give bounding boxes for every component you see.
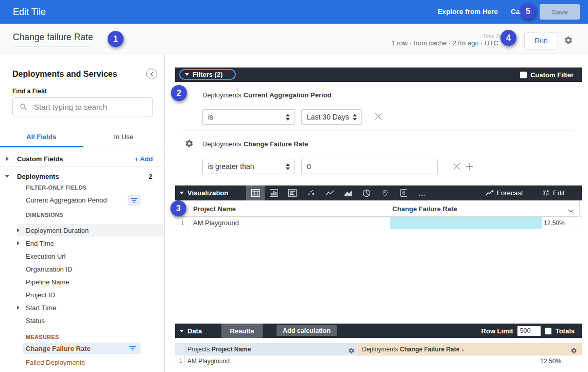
tab-all-fields[interactable]: All Fields [0, 133, 82, 141]
filters-title: Filters (2) [193, 71, 223, 78]
column-divider [579, 201, 580, 216]
filter-row2-value-input[interactable] [301, 159, 438, 174]
cell-project-name[interactable]: AM Playground [187, 358, 230, 365]
data-section-bar: Data Results Add calculation Row Limit T… [175, 324, 582, 338]
tab-in-use[interactable]: In Use [82, 133, 165, 141]
forecast-label: Forecast [497, 189, 523, 197]
filter-row1-value-select[interactable]: Last 30 Days [301, 109, 362, 125]
run-button[interactable]: Run [524, 32, 558, 49]
custom-filter-checkbox[interactable] [520, 72, 527, 78]
row-limit-label: Row Limit [481, 327, 513, 335]
select-updown-icon [286, 114, 290, 121]
selected-operator: is greater than [208, 162, 254, 171]
viz-type-column-button[interactable] [265, 185, 283, 200]
viz-column-change-failure-rate[interactable]: Change Failure Rate [392, 205, 457, 213]
field-search-input[interactable] [34, 103, 132, 111]
forecast-button[interactable]: Forecast [486, 185, 523, 200]
dimensions-header: DIMENSIONS [26, 212, 63, 218]
viz-type-table-button[interactable] [246, 185, 265, 200]
viz-column-project-name[interactable]: Project Name [193, 205, 236, 213]
row-limit-input[interactable] [517, 326, 541, 336]
filter-field-name: Current Aggregation Period [244, 91, 332, 99]
filter-row1-operator-select[interactable]: is [202, 109, 295, 125]
column-divider [187, 201, 187, 229]
custom-fields-label: Custom Fields [17, 155, 63, 163]
top-app-bar: Edit Tile Explore from Here Cancel Save [0, 0, 588, 24]
field-label: Start Time [26, 304, 56, 312]
collapse-sidebar-button[interactable] [146, 69, 157, 79]
header-projects-project-name[interactable]: Projects Project Name [184, 343, 358, 356]
viz-type-more-button[interactable]: … [413, 185, 431, 200]
explore-from-here-link[interactable]: Explore from Here [438, 8, 498, 15]
group-label: Deployments [17, 173, 59, 180]
visualization-section-bar: Visualization 6 … [175, 185, 582, 200]
add-custom-field-button[interactable]: + Add [134, 155, 153, 163]
edit-viz-button[interactable]: Edit [542, 185, 564, 200]
field-label: Pipeline Name [26, 278, 70, 286]
divider [0, 166, 165, 167]
field-start-time[interactable]: Start Time [17, 301, 164, 314]
remove-filter-row1-button[interactable] [374, 112, 383, 122]
visualization-section-toggle[interactable]: Visualization [180, 185, 228, 200]
field-label: End Time [26, 240, 54, 247]
cell-value[interactable]: 12.50% [544, 219, 565, 227]
viz-type-bar-button[interactable] [283, 185, 302, 200]
column-menu-chevron-icon[interactable] [568, 206, 574, 215]
column-divider[interactable] [389, 201, 389, 229]
filters-section-toggle[interactable]: Filters (2) [179, 69, 236, 80]
field-pipeline-name[interactable]: Pipeline Name [17, 276, 164, 288]
filter-row2-operator-select[interactable]: is greater than [202, 159, 295, 174]
add-calculation-button[interactable]: Add calculation [276, 325, 337, 336]
custom-fields-row[interactable]: Custom Fields + Add [0, 152, 165, 165]
filter-row2-label: DeploymentsChange Failure Rate [202, 140, 308, 148]
field-end-time[interactable]: End Time [17, 237, 164, 249]
remove-filter-row2-button[interactable] [453, 162, 461, 172]
annotation-marker-2: 2 [171, 85, 187, 101]
sort-desc-arrow-icon[interactable]: ↓ [461, 346, 464, 353]
deployments-group-row[interactable]: Deployments 2 [0, 170, 165, 183]
annotation-marker-5: 5 [520, 3, 536, 19]
filter-active-button[interactable] [129, 344, 136, 353]
field-label: Project ID [26, 291, 55, 299]
tile-title[interactable]: Change failure Rate [13, 32, 93, 46]
field-organization-id[interactable]: Organization ID [17, 263, 164, 275]
filter-only-fields-header: FILTER-ONLY FIELDS [26, 184, 87, 191]
cell-value[interactable]: 12.50% [358, 358, 572, 365]
timezone-value[interactable]: UTC [485, 39, 498, 47]
field-status[interactable]: Status [17, 314, 164, 327]
annotation-marker-4: 4 [500, 30, 516, 46]
filter-funnel-icon [129, 346, 136, 351]
field-current-aggregation-period[interactable]: Current Aggregation Period [26, 196, 107, 204]
cell-project-name[interactable]: AM Playground [193, 219, 239, 227]
query-settings-gear-icon[interactable] [564, 36, 573, 45]
field-deployment-duration[interactable]: Deployment Duration [17, 224, 164, 236]
column-chart-icon [270, 189, 278, 197]
add-filter-value-button[interactable] [465, 162, 474, 172]
results-tab[interactable]: Results [221, 324, 263, 338]
visualization-title: Visualization [187, 189, 228, 197]
viz-type-area-button[interactable] [339, 185, 357, 200]
field-failed-deployments[interactable]: Failed Deployments [26, 359, 85, 366]
header-deployments-change-failure-rate[interactable]: Deployments Change Failure Rate ↓ [358, 343, 582, 356]
field-execution-url[interactable]: Execution Url [17, 250, 164, 262]
field-project-id[interactable]: Project ID [17, 289, 164, 301]
field-label: Deployment Duration [26, 227, 89, 234]
data-section-toggle[interactable]: Data [180, 324, 202, 339]
viz-type-line-button[interactable] [320, 185, 339, 200]
data-table-header: Projects Project Name Deployments Change… [175, 343, 582, 356]
filter-row2-gear-icon[interactable] [185, 139, 194, 148]
viz-type-single-value-button[interactable]: 6 [394, 185, 413, 200]
close-icon [374, 112, 383, 121]
viz-type-picker: 6 … [246, 185, 431, 200]
expand-arrow-icon [17, 228, 20, 232]
collapse-arrow-icon [5, 175, 9, 178]
viz-type-scatter-button[interactable] [302, 185, 320, 200]
totals-checkbox[interactable] [545, 328, 551, 334]
field-search-box[interactable] [12, 97, 153, 116]
field-change-failure-rate-selected[interactable]: Change Failure Rate [23, 343, 141, 354]
viz-type-pie-button[interactable] [357, 185, 376, 200]
viz-type-map-button[interactable] [376, 185, 394, 200]
save-button[interactable]: Save [540, 4, 580, 20]
search-icon [19, 103, 28, 112]
filter-active-button[interactable] [128, 195, 141, 206]
